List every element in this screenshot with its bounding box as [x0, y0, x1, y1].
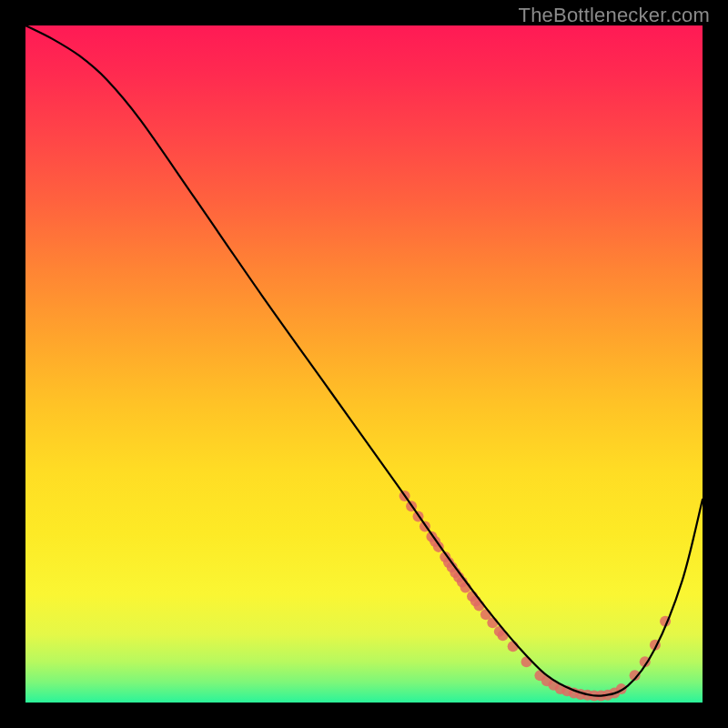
- data-marker: [521, 656, 532, 667]
- data-marker: [473, 601, 484, 612]
- attribution-label: TheBottlenecker.com: [519, 4, 710, 27]
- data-markers: [399, 490, 671, 701]
- bottleneck-curve: [25, 25, 703, 696]
- chart-svg: [25, 25, 703, 703]
- chart-stage: TheBottlenecker.com: [0, 0, 728, 728]
- data-marker: [487, 617, 498, 628]
- plot-area: [25, 25, 703, 703]
- data-marker: [498, 630, 509, 641]
